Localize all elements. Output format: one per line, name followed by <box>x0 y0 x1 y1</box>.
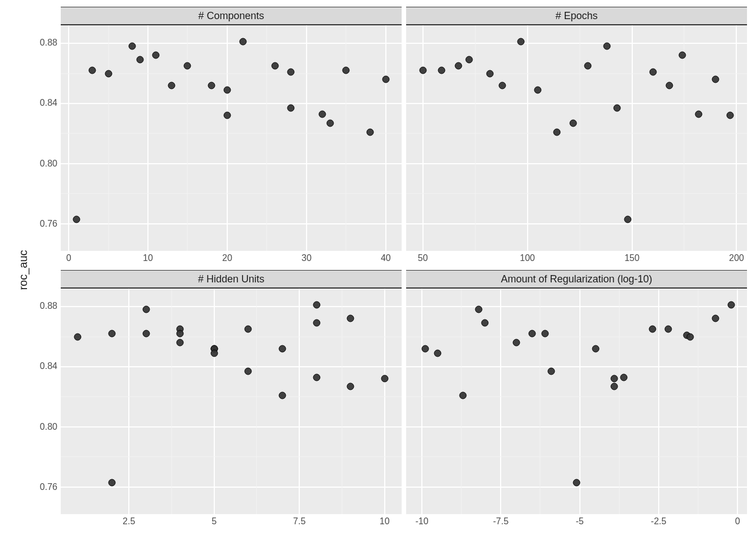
x-tick-label: 5 <box>212 516 217 526</box>
data-point <box>223 112 231 119</box>
data-point <box>553 128 560 136</box>
data-point <box>534 86 542 93</box>
data-point <box>136 56 143 64</box>
y-tick-label: 0.76 <box>40 219 57 229</box>
x-tick-label: 2.5 <box>123 516 135 526</box>
data-point <box>620 374 628 381</box>
data-point <box>454 62 462 70</box>
x-tick-label: 10 <box>380 516 390 526</box>
plot-area <box>406 25 747 251</box>
data-point <box>108 330 115 338</box>
data-point <box>460 392 467 399</box>
data-point <box>712 315 719 322</box>
data-point <box>664 326 672 333</box>
data-point <box>624 215 632 223</box>
data-point <box>712 76 719 83</box>
data-point <box>210 349 218 357</box>
data-point <box>287 68 294 75</box>
data-point <box>727 112 734 119</box>
data-point <box>313 374 320 381</box>
data-point <box>486 70 493 77</box>
data-point <box>319 110 326 118</box>
data-point <box>223 86 231 93</box>
data-point <box>177 330 184 338</box>
data-point <box>513 339 520 346</box>
y-axis-top: 0.760.800.840.88 <box>27 7 61 251</box>
x-axis: 50100150200 <box>406 251 747 267</box>
data-point <box>695 110 703 118</box>
data-point <box>381 375 388 382</box>
data-point <box>184 62 191 70</box>
data-point <box>208 82 215 89</box>
data-point <box>366 128 374 136</box>
data-point <box>327 119 334 127</box>
x-tick-label: -2.5 <box>651 516 667 526</box>
x-axis: 010203040 <box>61 251 402 267</box>
panel-hidden-units: # Hidden Units <box>61 270 402 514</box>
data-point <box>177 339 184 346</box>
data-point <box>168 82 176 89</box>
x-tick-label: 30 <box>302 253 312 263</box>
x-tick-label: 100 <box>520 253 535 263</box>
y-tick-label: 0.80 <box>40 422 57 432</box>
data-point <box>499 82 506 89</box>
x-tick-label: -10 <box>415 516 428 526</box>
y-tick-label: 0.76 <box>40 482 57 492</box>
strip-label: # Hidden Units <box>61 270 402 289</box>
x-tick-label: -5 <box>575 516 583 526</box>
plot-area <box>61 25 402 251</box>
data-point <box>541 330 548 338</box>
data-point <box>278 345 286 352</box>
data-point <box>142 306 150 313</box>
strip-label: Amount of Regularization (log-10) <box>406 270 747 289</box>
strip-label: # Epochs <box>406 7 747 25</box>
data-point <box>313 320 320 327</box>
x-tick-label: 200 <box>729 253 744 263</box>
data-point <box>128 43 136 50</box>
data-point <box>343 67 350 74</box>
data-point <box>649 326 656 333</box>
data-point <box>89 67 96 74</box>
data-point <box>482 320 489 327</box>
data-point <box>570 119 577 127</box>
y-axis-bottom: 0.760.800.840.88 <box>27 270 61 514</box>
data-point <box>152 52 160 59</box>
x-axis: -10-7.5-5-2.50 <box>406 514 747 530</box>
data-point <box>278 392 286 399</box>
data-point <box>73 215 80 223</box>
data-point <box>611 375 618 382</box>
x-tick-label: 10 <box>143 253 153 263</box>
plot-area <box>61 289 402 514</box>
plot-area <box>406 289 747 514</box>
x-tick-label: 7.5 <box>293 516 305 526</box>
x-tick-label: 20 <box>222 253 232 263</box>
data-point <box>687 333 694 340</box>
data-point <box>240 38 247 46</box>
data-point <box>548 368 555 375</box>
data-point <box>592 345 599 352</box>
x-tick-label: 50 <box>418 253 428 263</box>
panel-epochs: # Epochs <box>406 7 747 251</box>
data-point <box>518 38 525 46</box>
y-tick-label: 0.84 <box>40 361 57 371</box>
data-point <box>245 326 252 333</box>
data-point <box>649 68 656 75</box>
data-point <box>465 56 472 64</box>
data-point <box>584 62 592 70</box>
data-point <box>347 382 354 390</box>
x-tick-label: 150 <box>624 253 640 263</box>
facet-grid: 0.760.800.840.88 # Components # Epochs 0… <box>27 7 747 530</box>
y-tick-label: 0.84 <box>40 98 57 108</box>
data-point <box>438 67 446 74</box>
panel-regularization: Amount of Regularization (log-10) <box>406 270 747 514</box>
data-point <box>603 43 610 50</box>
figure: roc_auc 0.760.800.840.88 # Components # … <box>0 0 756 540</box>
y-tick-label: 0.88 <box>40 38 57 48</box>
data-point <box>142 330 150 338</box>
x-tick-label: 0 <box>735 516 740 526</box>
data-point <box>108 479 115 486</box>
data-point <box>245 368 252 375</box>
data-point <box>421 345 429 352</box>
data-point <box>271 62 278 70</box>
y-tick-label: 0.88 <box>40 301 57 311</box>
